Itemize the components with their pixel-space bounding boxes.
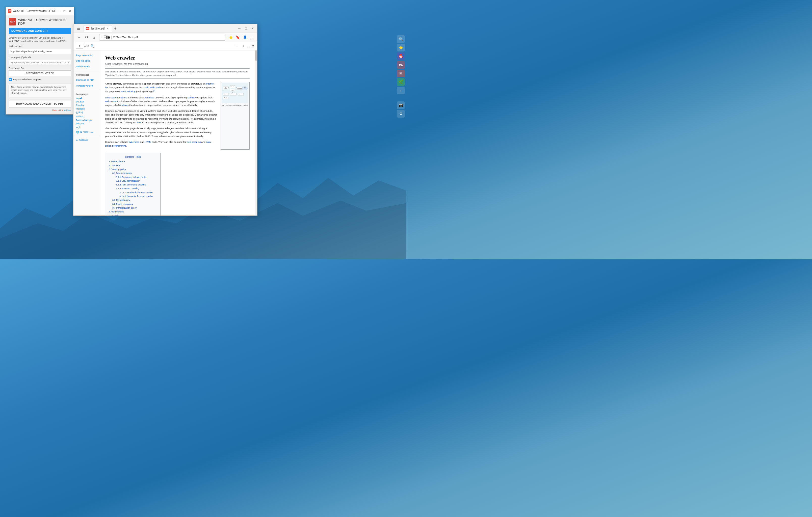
web2pdf-minimize-btn[interactable]: ─ <box>57 9 61 13</box>
pdf-back-btn[interactable]: ← <box>76 34 82 41</box>
toc-item-3-1-4[interactable]: 3.1.4 Focused crawling <box>109 187 157 190</box>
play-sound-checkbox[interactable] <box>9 78 12 81</box>
pdf-refresh-btn[interactable]: ↻ <box>83 34 90 41</box>
wiki-infobox-caption: Architecture of a Web crawler <box>222 104 249 107</box>
web2pdf-section-header: DOWNLOAD AND CONVERT <box>9 28 71 34</box>
convert-btn[interactable]: DOWNLOAD AND CONVERT TO PDF <box>9 100 71 108</box>
favorites-btn[interactable]: ⭐ <box>227 34 234 41</box>
url-input[interactable] <box>9 49 71 54</box>
sidebar-printable-version[interactable]: Printable version <box>74 83 100 89</box>
toolbar-right: ⭐ 🔖 👤 … <box>227 34 255 41</box>
toc-item-1[interactable]: 1 Nomenclature <box>109 160 157 163</box>
sidebar-more-langs-btn[interactable]: 🌐 32 more more <box>74 130 100 134</box>
toc-item-3-2[interactable]: 3.2 Re-visit policy <box>109 198 157 202</box>
toc-item-3-1-2[interactable]: 3.1.2 URL normalization <box>109 179 157 183</box>
sidebar-lang-malay[interactable]: Bahasa Melayu <box>74 118 100 122</box>
sidebar-page-info[interactable]: Page information <box>74 53 100 58</box>
sidebar-lang-espanol[interactable]: Español <box>74 103 100 107</box>
pdf-tab-close-btn[interactable]: ✕ <box>106 27 110 30</box>
toc-item-3-1-3[interactable]: 3.1.3 Path-ascending crawling <box>109 183 157 187</box>
toc-item-3-1-4-1[interactable]: 3.1.4.1 Academic focused crawler <box>109 191 157 194</box>
sidebar-languages-title: Languages <box>74 92 100 96</box>
collections-btn[interactable]: 🔖 <box>234 34 241 41</box>
user-agent-clear-btn[interactable]: ✕ <box>68 61 70 64</box>
sidebar-lang-korean[interactable]: 한국어 <box>74 111 100 115</box>
pdf-tab-label: TestShot.pdf <box>91 27 105 30</box>
sidebar-lang-italiano[interactable]: Italiano <box>74 115 100 118</box>
pdf-viewer-window: ☰ PDF TestShot.pdf ✕ + ─ □ ✕ ← ↻ ⌂ ℹ Fil… <box>73 24 257 216</box>
web2pdf-window: W Web2PDF - Convert Websites To PDF ─ □ … <box>5 7 74 115</box>
wiki-para-2: Web search engines and some other websit… <box>105 96 217 107</box>
user-agent-label: User Agent (Optional) <box>9 56 71 59</box>
browser-search-tool-btn[interactable]: 🔍 <box>397 35 405 43</box>
svg-text:Frontier: Frontier <box>224 88 227 89</box>
zoom-plus-btn[interactable]: + <box>240 43 246 49</box>
user-agent-input[interactable] <box>9 60 71 65</box>
wiki-toc: Contents [hide] 1 Nomenclature 2 Overvie… <box>105 153 161 215</box>
browser-star-tool-btn[interactable]: ⭐ <box>397 44 405 52</box>
zoom-minus-btn[interactable]: − <box>234 43 239 49</box>
pdf-close-btn[interactable]: ✕ <box>250 26 255 31</box>
toc-item-3-1-4-2[interactable]: 3.1.4.2 Semantic focused crawler <box>109 194 157 198</box>
toc-item-3-4[interactable]: 3.4 Parallelization policy <box>109 206 157 210</box>
web2pdf-maximize-btn[interactable]: □ <box>62 9 66 13</box>
toc-item-3-1-1[interactable]: 3.1.1 Restricting followed links <box>109 175 157 179</box>
sidebar-print-title: Print/export <box>74 73 100 77</box>
toc-item-2[interactable]: 2 Overview <box>109 164 157 168</box>
web2pdf-close-btn[interactable]: ✕ <box>68 9 72 13</box>
wiki-notice: This article is about the internet bot. … <box>105 68 250 79</box>
browser-collections-tool-btn[interactable]: 🎯 <box>397 53 405 60</box>
pdf-settings-btn[interactable]: ⚙ <box>252 44 255 48</box>
sidebar-lang-russian[interactable]: Русский <box>74 122 100 125</box>
pdf-minimize-btn[interactable]: ─ <box>236 26 242 31</box>
profile-btn[interactable]: 👤 <box>241 34 248 41</box>
toc-item-3-1[interactable]: 3.1 Selection policy <box>109 171 157 175</box>
pdf-scrollbar-thumb[interactable] <box>255 51 257 61</box>
toc-title: Contents [hide] <box>109 155 157 158</box>
toc-item-3-3[interactable]: 3.3 Politeness policy <box>109 202 157 206</box>
toc-hide-btn[interactable]: [hide] <box>136 156 141 158</box>
more-btn[interactable]: … <box>249 34 255 41</box>
svg-text:DNS: DNS <box>231 90 233 91</box>
web2pdf-note: Note: Some websites may fail to download… <box>9 84 71 97</box>
wiki-para-1: A Web crawler, sometimes called a spider… <box>105 82 217 94</box>
svg-text:Scheduler: Scheduler <box>230 87 235 88</box>
sidebar-edit-links-btn[interactable]: ✏ Edit links <box>74 138 100 143</box>
pdf-tab[interactable]: PDF TestShot.pdf ✕ <box>84 25 112 32</box>
toc-item-5[interactable]: 5 Security <box>109 214 157 215</box>
pdf-sidebar-toggle-btn[interactable]: ☰ <box>76 25 82 32</box>
sidebar-lang-francais[interactable]: Français <box>74 107 100 111</box>
browser-settings-tool-btn[interactable]: ⚙ <box>397 110 405 118</box>
pdf-scrollbar[interactable] <box>255 51 257 215</box>
toc-item-4[interactable]: 4 Architectures <box>109 210 157 214</box>
sidebar-lang-chinese[interactable]: 中文 <box>74 125 100 130</box>
browser-add-tool-btn[interactable]: + <box>397 87 405 94</box>
sidebar-cite-page[interactable]: Cite this page <box>74 58 100 64</box>
page-number-input[interactable] <box>76 44 83 49</box>
web2pdf-description: Simply enter your desired URL in the box… <box>9 36 71 43</box>
web2pdf-app-header: W2P Web2PDF - Convert Websites to PDF <box>9 18 71 26</box>
pdf-new-tab-btn[interactable]: + <box>113 26 118 31</box>
wiki-para-3: Crawlers consume resources on visited sy… <box>105 109 217 124</box>
sidebar-lang-arabic[interactable]: العربية <box>74 96 100 100</box>
pdf-win-controls: ─ □ ✕ <box>236 26 255 31</box>
zoom-more-btn[interactable]: … <box>247 45 250 48</box>
pdf-address-bar[interactable]: ℹ File | C:/Test/TestShot.pdf <box>99 34 225 41</box>
pdf-main-content[interactable]: Web crawler From Wikipedia, the free enc… <box>100 51 255 215</box>
sidebar-wikidata[interactable]: Wikidata item <box>74 64 100 69</box>
sidebar-lang-deutsch[interactable]: Deutsch <box>74 100 100 103</box>
sidebar-download-pdf[interactable]: Download as PDF <box>74 77 100 83</box>
browser-shopping-tool-btn[interactable]: 🛍 <box>397 61 405 69</box>
browser-screenshot-tool-btn[interactable]: 📷 <box>397 101 405 109</box>
pdf-maximize-btn[interactable]: □ <box>243 26 249 31</box>
destination-file-btn[interactable]: C:\TEST\TESTSHOT.PDF <box>9 70 71 76</box>
wiki-infobox-image: URL Frontier Scheduler DNS Downloader <box>222 83 249 103</box>
pdf-home-btn[interactable]: ⌂ <box>91 34 97 41</box>
browser-email-tool-btn[interactable]: ✉ <box>397 70 405 77</box>
svg-text:URL Filter: URL Filter <box>224 97 227 98</box>
web2pdf-app-title: Web2PDF - Convert Websites to PDF <box>18 18 71 26</box>
browser-green-tool-btn[interactable]: 🌿 <box>397 78 405 86</box>
pdf-search-btn[interactable]: 🔍 <box>90 44 95 48</box>
pdf-toolbar: ← ↻ ⌂ ℹ File | C:/Test/TestShot.pdf ⭐ 🔖 … <box>74 33 257 42</box>
toc-item-3[interactable]: 3 Crawling policy <box>109 168 157 171</box>
